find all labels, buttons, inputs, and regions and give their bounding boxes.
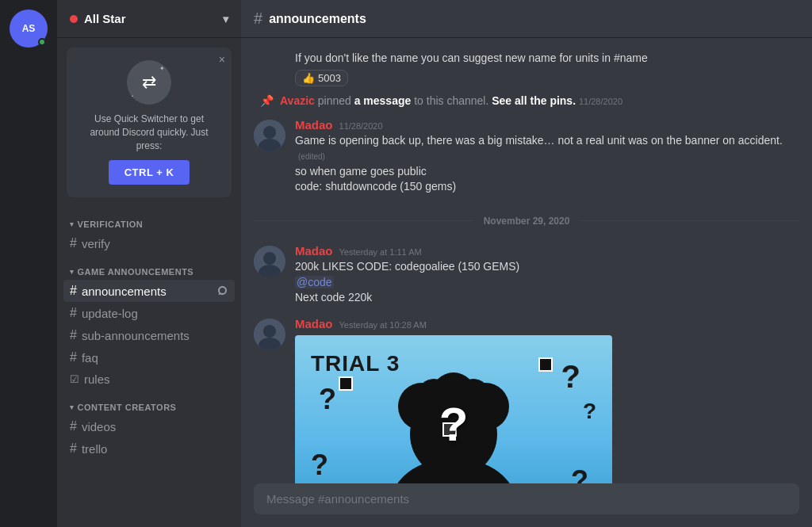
channel-name-announcements: announcements <box>82 285 167 298</box>
message-group-madao-1: Madao 11/28/2020 Game is opening back up… <box>254 115 799 198</box>
message-header-madao-2: Madao Yesterday at 1:11 AM <box>295 244 799 258</box>
channel-name-faq: faq <box>82 351 98 365</box>
question-mark-tr2: ? <box>583 399 596 424</box>
close-icon[interactable]: × <box>219 54 225 65</box>
server-sidebar: AS <box>0 0 57 527</box>
pin-user: Avazic <box>280 94 315 107</box>
message-input-area: Message #announcements <box>241 483 812 527</box>
ctrl-k-button[interactable]: CTRL + K <box>109 160 190 185</box>
server-icon[interactable]: AS <box>10 10 48 48</box>
pin-link[interactable]: a message <box>354 94 412 107</box>
message-group-madao-2: Madao Yesterday at 1:11 AM 200k LIKES CO… <box>254 241 799 309</box>
message-input[interactable]: Message #announcements <box>254 483 799 514</box>
input-placeholder: Message #announcements <box>266 492 409 506</box>
avatar-madao-2 <box>254 246 285 277</box>
hash-icon: # <box>70 419 77 433</box>
author-madao-3: Madao <box>295 317 333 330</box>
message-line3-madao-1: code: shutdowncode (150 gems) <box>295 179 799 195</box>
hash-icon: # <box>70 306 77 320</box>
timestamp-madao-3: Yesterday at 10:28 AM <box>339 320 427 330</box>
question-mark-tr: ? <box>561 359 580 395</box>
svg-point-4 <box>263 252 276 265</box>
message-mention: @code <box>295 275 799 291</box>
channel-header: # announcements <box>241 0 812 38</box>
message-line2-madao-1: so when game goes public <box>295 164 799 180</box>
box-icon-tr <box>538 357 553 372</box>
pin-action: pinned <box>318 94 354 107</box>
channel-name-update-log: update-log <box>82 307 138 320</box>
see-all-pins[interactable]: See all the pins. <box>492 94 576 107</box>
svg-point-7 <box>263 325 276 338</box>
message-text: If you don't like the name you can sugge… <box>295 51 799 67</box>
channel-list: ▾ VERIFICATION # verify ▾ GAME ANNOUNCEM… <box>57 207 241 527</box>
hash-icon: # <box>70 284 77 298</box>
question-mark-br: ? <box>571 464 588 483</box>
avatar-madao-1 <box>254 120 285 151</box>
channel-name-rules: rules <box>84 372 110 386</box>
pin-timestamp: 11/28/2020 <box>579 97 622 106</box>
hash-icon: # <box>70 328 77 342</box>
message-content-madao-1: Madao 11/28/2020 Game is opening back up… <box>295 118 799 195</box>
sparkle-dots: ✦ <box>159 65 165 72</box>
arrows-icon: ⇄ <box>142 72 156 93</box>
message-text-madao-2: 200k LIKES CODE: codegoaliee (150 GEMS) <box>295 259 799 275</box>
question-mark-bl: ? <box>311 449 328 482</box>
pin-content: Avazic pinned a message to this channel.… <box>280 94 622 107</box>
channel-item-videos[interactable]: # videos <box>63 415 235 437</box>
message-nextcode: Next code 220k <box>295 290 799 306</box>
author-madao-2: Madao <box>295 244 333 258</box>
date-divider: November 29, 2020 <box>254 216 799 227</box>
channel-item-trello[interactable]: # trello <box>63 437 235 460</box>
server-header[interactable]: All Star ▾ <box>57 0 241 38</box>
channel-item-verify[interactable]: # verify <box>63 232 235 254</box>
message-header-madao-1: Madao 11/28/2020 <box>295 118 799 132</box>
question-mark-center: ? <box>439 397 469 452</box>
avatar-madao-3 <box>254 319 285 350</box>
reaction-count: 5003 <box>318 72 341 84</box>
messages-area: If you don't like the name you can sugge… <box>241 38 812 483</box>
dot-small: • <box>132 94 133 98</box>
message-content-madao-2: Madao Yesterday at 1:11 AM 200k LIKES CO… <box>295 244 799 306</box>
reaction-thumbsup[interactable]: 👍 5003 <box>295 70 348 86</box>
channel-sidebar: All Star ▾ × ⇄ ✦ • Use Quick Switcher to… <box>57 0 241 527</box>
pin-message: 📌 Avazic pinned a message to this channe… <box>254 91 799 110</box>
hash-icon: # <box>70 441 77 456</box>
quick-switcher-panel: × ⇄ ✦ • Use Quick Switcher to get around… <box>67 48 232 197</box>
author-madao-1: Madao <box>295 118 333 132</box>
checkbox-icon: ☑ <box>70 373 79 385</box>
trial-image: TRIAL 3 ? ? ? ? ? <box>295 335 612 483</box>
server-dropdown-icon[interactable]: ▾ <box>223 13 228 25</box>
channel-header-hash-icon: # <box>254 10 262 28</box>
channel-item-update-log[interactable]: # update-log <box>63 302 235 324</box>
message-text-madao-1: Game is opening back up, there was a big… <box>295 133 799 164</box>
switcher-icon: ⇄ ✦ • <box>127 60 171 105</box>
channel-item-faq[interactable]: # faq <box>63 346 235 369</box>
message-group-madao-3: Madao Yesterday at 10:28 AM TRIAL 3 ? ? … <box>254 314 799 483</box>
box-icon-tl <box>339 376 353 391</box>
switcher-description: Use Quick Switcher to get around Discord… <box>79 113 219 152</box>
message-content-madao-3: Madao Yesterday at 10:28 AM TRIAL 3 ? ? … <box>295 317 799 483</box>
channel-item-sub-announcements[interactable]: # sub-announcements <box>63 324 235 346</box>
question-mark-tl: ? <box>319 383 336 416</box>
pin-icon: 📌 <box>260 94 274 107</box>
channel-item-announcements[interactable]: # announcements <box>63 280 235 302</box>
hash-icon: # <box>70 350 77 365</box>
message-header-madao-3: Madao Yesterday at 10:28 AM <box>295 317 799 330</box>
channel-name-sub-announcements: sub-announcements <box>82 329 190 342</box>
category-verification[interactable]: ▾ VERIFICATION <box>63 207 235 232</box>
announcements-badge <box>216 285 228 297</box>
timestamp-madao-1: 11/28/2020 <box>339 121 383 131</box>
message-continuation: If you don't like the name you can sugge… <box>254 51 799 86</box>
server-status-dot <box>70 15 78 23</box>
category-content-creators[interactable]: ▾ CONTENT CREATORS <box>63 390 235 415</box>
channel-item-rules[interactable]: ☑ rules <box>63 369 235 390</box>
main-content: # announcements If you don't like the na… <box>241 0 812 527</box>
server-name: All Star <box>84 12 126 25</box>
timestamp-madao-2: Yesterday at 1:11 AM <box>339 247 422 257</box>
svg-point-1 <box>263 126 276 139</box>
category-game-announcements[interactable]: ▾ GAME ANNOUNCEMENTS <box>63 254 235 280</box>
pin-to: to this channel. <box>414 94 492 107</box>
channel-name-verify: verify <box>82 237 110 250</box>
channel-name-videos: videos <box>82 420 116 433</box>
channel-name-trello: trello <box>82 442 108 456</box>
